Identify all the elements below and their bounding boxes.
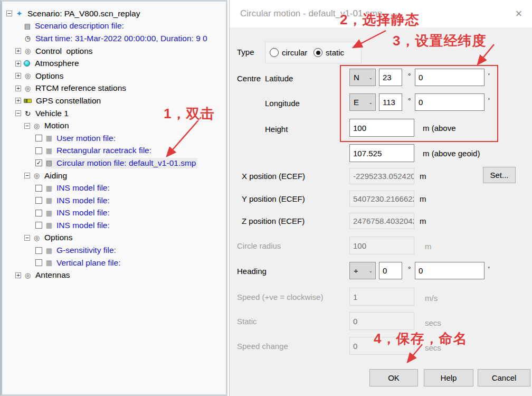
checkbox-unchecked[interactable] [35,259,42,266]
tree-item[interactable]: ▦INS model file: [2,219,226,232]
close-icon[interactable]: × [512,7,526,21]
lon-minute-symbol: ' [488,97,490,105]
ecef-x-unit: m [420,172,426,181]
heading-minute-symbol: ' [488,265,490,274]
tree-item-label: User motion file: [55,133,117,144]
lon-minutes-input[interactable] [415,93,484,111]
lat-degrees-input[interactable] [379,69,402,86]
gear-icon: ◎ [33,122,41,130]
tree-item[interactable]: ▦INS model file: [2,207,226,220]
checkbox-checked[interactable]: ✓ [35,159,42,166]
tree-item[interactable]: ▦INS model file: [2,194,226,207]
heading-degrees-input[interactable] [379,262,402,279]
tree-item-content: ◎Motion [33,120,71,131]
checkbox-unchecked[interactable] [35,247,42,254]
tree-item-content: ◎RTCM reference stations [24,83,128,93]
collapse-icon[interactable]: − [24,235,30,241]
tree-item[interactable]: ▦Vertical plane file: [2,257,226,269]
grid-icon: ▦ [45,259,53,267]
ecef-x-label: X position (ECEF) [242,172,305,181]
ecef-y-label: Y position (ECEF) [242,194,305,203]
cancel-button[interactable]: Cancel [478,369,530,386]
tree-item[interactable]: ▤Scenario description file: [2,20,226,33]
tree-item-content: ◎Options [24,71,65,81]
checkbox-unchecked[interactable] [35,135,42,142]
tree-item-label: RTCM reference stations [34,83,128,93]
lon-degrees-input[interactable] [379,93,402,111]
lat-hemisphere-select[interactable]: N ⌄ [349,69,376,86]
speed-change-label: Speed change [237,342,288,351]
tree-item-label: Start time: 31-Mar-2022 00:00:00, Durati… [34,33,209,44]
tree-item[interactable]: ▦Rectangular racetrack file: [2,145,226,157]
radio-circular[interactable] [270,48,279,57]
heading-sign-select[interactable]: + ⌄ [349,262,376,279]
tree-item-content: ✦Scenario: PA_V800.scn_replay [15,8,141,19]
expand-icon[interactable]: + [15,98,21,103]
tree-item-label: Vehicle 1 [34,108,70,119]
speed-input [349,288,414,306]
tree-item[interactable]: +Atmosphere [2,57,226,70]
radio-static[interactable] [314,48,322,57]
help-button[interactable]: Help [424,369,473,386]
tree-item[interactable]: −◎Aiding [2,169,226,182]
radio-static-label[interactable]: static [326,48,344,57]
tree-item[interactable]: +◎Control options [2,45,226,58]
tree-item[interactable]: ◷Start time: 31-Mar-2022 00:00:00, Durat… [2,32,226,45]
gear-icon: ◎ [24,72,32,80]
height-geoid-input[interactable] [349,144,414,162]
lat-hemisphere-value: N [354,73,359,82]
lon-hemisphere-select[interactable]: E ⌄ [349,93,376,111]
grid-icon: ▦ [45,134,53,142]
checkbox-unchecked[interactable] [35,210,42,216]
tree-item[interactable]: ▦User motion file: [2,132,226,145]
set-button[interactable]: Set... [483,167,516,183]
atmosphere-icon [24,60,30,67]
tree-item-label: Atmosphere [33,58,81,69]
grid-icon: ▦ [45,147,53,155]
tree-item[interactable]: −✦Scenario: PA_V800.scn_replay [2,7,226,20]
collapse-icon[interactable]: − [6,11,12,16]
collapse-icon[interactable]: − [24,173,30,178]
expand-icon[interactable]: + [15,73,21,79]
checkbox-unchecked[interactable] [35,197,42,204]
tree-item[interactable]: +◎Antennas [2,269,226,281]
tree-item-label: Antennas [34,270,72,280]
checkbox-unchecked[interactable] [35,222,42,229]
expand-icon[interactable]: + [15,61,21,67]
height-geoid-unit-label: m (above geoid) [423,149,480,158]
checkbox-unchecked[interactable] [35,147,42,154]
tree-item[interactable]: ✓▤Circular motion file: default_v1-01.sm… [2,157,226,169]
tree-item-content: ▦G-sensitivity file: [45,245,118,256]
tree-item[interactable]: ▦G-sensitivity file: [2,244,226,257]
gear-icon: ◎ [33,172,41,180]
scenario-icon: ✦ [15,9,24,18]
tree-item-label: Circular motion file: default_v1-01.smp [55,158,197,168]
collapse-icon[interactable]: − [15,110,21,116]
radio-circular-label[interactable]: circular [282,48,307,57]
expand-icon[interactable]: + [15,86,21,91]
doc-icon: ▤ [45,159,53,167]
lat-minutes-input[interactable] [415,69,484,86]
circle-radius-input [349,237,414,254]
tree-item-label: Options [34,71,65,81]
tree-item[interactable]: +◎Options [2,70,226,82]
type-label: Type [237,48,254,56]
expand-icon[interactable]: + [15,272,21,278]
expand-icon[interactable]: + [15,48,21,54]
height-unit-label: m (above [423,124,456,133]
tree-item[interactable]: ▦INS model file: [2,182,226,194]
chevron-down-icon: ⌄ [368,75,373,80]
heading-minutes-input[interactable] [415,262,484,279]
height-input[interactable] [349,119,414,137]
tree-item[interactable]: −◎Options [2,232,226,244]
checkbox-unchecked[interactable] [35,185,42,192]
clock-icon: ◷ [24,34,32,42]
ok-button[interactable]: OK [369,369,418,386]
tree-item-content: ◎Options [33,232,74,243]
tree-item-content: ▦INS model file: [45,183,111,193]
collapse-icon[interactable]: − [24,123,30,129]
tree-item[interactable]: +◎RTCM reference stations [2,82,226,95]
scenario-tree-panel: −✦Scenario: PA_V800.scn_replay▤Scenario … [0,0,227,396]
tree-item-label: Scenario description file: [33,21,126,31]
annotation-step1: 1，双击 [164,105,214,123]
